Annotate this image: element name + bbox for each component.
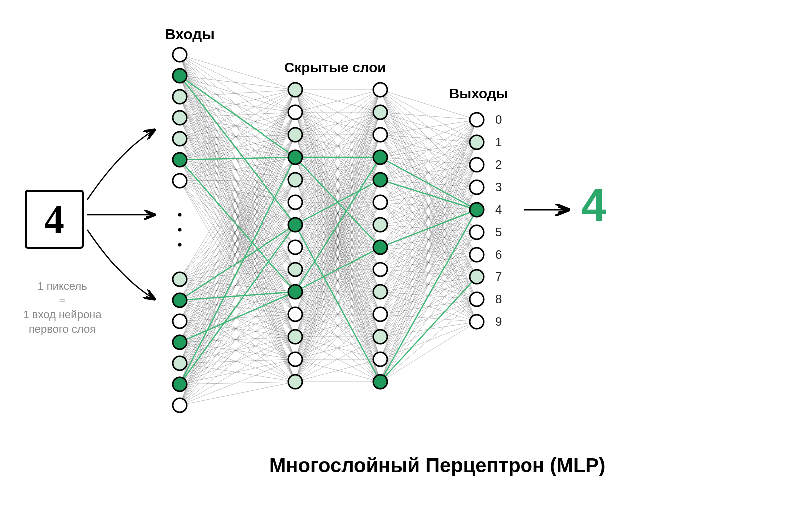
svg-line-417 xyxy=(380,135,477,232)
svg-line-1 xyxy=(180,55,295,112)
svg-line-488 xyxy=(380,255,477,292)
svg-line-244 xyxy=(295,157,380,225)
svg-line-121 xyxy=(180,292,295,300)
svg-line-264 xyxy=(295,180,380,359)
svg-line-158 xyxy=(180,180,295,363)
input-node-2 xyxy=(173,90,187,104)
svg-line-145 xyxy=(180,202,295,342)
svg-line-181 xyxy=(180,382,295,384)
svg-line-231 xyxy=(295,135,380,247)
diagram-title: Многослойный Перцептрон (MLP) xyxy=(269,454,605,477)
svg-line-253 xyxy=(295,112,380,180)
svg-line-503 xyxy=(380,142,477,337)
svg-line-39 xyxy=(180,97,295,337)
svg-line-457 xyxy=(380,225,477,232)
svg-line-539 xyxy=(180,157,295,384)
svg-line-387 xyxy=(295,292,380,382)
svg-line-481 xyxy=(380,269,477,322)
svg-line-208 xyxy=(295,90,380,359)
svg-line-276 xyxy=(295,202,380,314)
svg-line-371 xyxy=(295,247,380,359)
svg-line-464 xyxy=(380,165,477,247)
output-node-7 xyxy=(470,270,484,284)
svg-line-360 xyxy=(295,314,380,337)
hidden2-node-10 xyxy=(373,307,387,321)
svg-line-523 xyxy=(380,142,477,382)
svg-line-178 xyxy=(180,314,295,384)
svg-line-21 xyxy=(180,76,295,247)
pixel-note-line1: 1 пиксель xyxy=(5,279,120,294)
svg-line-185 xyxy=(180,157,295,405)
svg-line-390 xyxy=(295,359,380,382)
svg-line-381 xyxy=(295,157,380,382)
svg-line-383 xyxy=(295,202,380,382)
svg-line-310 xyxy=(295,135,380,269)
svg-line-254 xyxy=(295,135,380,180)
svg-line-156 xyxy=(180,135,295,363)
svg-line-270 xyxy=(295,180,380,202)
svg-line-510 xyxy=(380,299,477,337)
svg-line-159 xyxy=(180,202,295,363)
svg-line-357 xyxy=(295,247,380,337)
svg-line-489 xyxy=(380,277,477,292)
svg-line-314 xyxy=(295,225,380,269)
hidden2-node-11 xyxy=(373,330,387,344)
svg-line-107 xyxy=(180,279,295,292)
pixel-note-line2: 1 вход нейрона xyxy=(5,308,120,322)
svg-line-497 xyxy=(380,232,477,314)
svg-line-24 xyxy=(180,76,295,314)
svg-line-172 xyxy=(180,180,295,384)
svg-line-297 xyxy=(295,157,380,247)
svg-line-440 xyxy=(380,180,477,299)
svg-line-439 xyxy=(380,180,477,277)
svg-line-116 xyxy=(180,180,295,300)
hidden2-node-1 xyxy=(373,105,387,119)
svg-line-233 xyxy=(295,135,380,292)
svg-line-106 xyxy=(180,269,295,279)
svg-line-466 xyxy=(380,210,477,247)
svg-line-512 xyxy=(380,120,477,359)
svg-line-499 xyxy=(380,277,477,314)
svg-line-167 xyxy=(180,363,295,382)
svg-line-434 xyxy=(380,165,477,180)
svg-line-444 xyxy=(380,165,477,202)
svg-line-386 xyxy=(295,269,380,382)
svg-line-415 xyxy=(380,135,477,187)
svg-line-443 xyxy=(380,142,477,202)
svg-line-366 xyxy=(295,135,380,359)
svg-line-105 xyxy=(180,247,295,279)
svg-line-94 xyxy=(180,181,295,314)
svg-line-160 xyxy=(180,225,295,363)
svg-line-205 xyxy=(295,90,380,292)
input-node-6 xyxy=(173,174,187,188)
svg-line-197 xyxy=(295,90,380,112)
svg-line-403 xyxy=(380,112,477,142)
svg-line-104 xyxy=(180,225,295,279)
input-ellipsis-dot xyxy=(178,228,182,232)
svg-line-311 xyxy=(295,157,380,269)
svg-line-112 xyxy=(180,90,295,300)
svg-line-257 xyxy=(295,180,380,202)
svg-line-236 xyxy=(295,135,380,359)
svg-line-384 xyxy=(295,225,380,382)
svg-line-92 xyxy=(180,181,295,269)
svg-line-29 xyxy=(180,97,295,112)
svg-line-173 xyxy=(180,202,295,384)
svg-line-175 xyxy=(180,247,295,384)
svg-line-249 xyxy=(295,157,380,337)
svg-line-519 xyxy=(380,277,477,359)
svg-line-493 xyxy=(380,142,477,314)
svg-line-287 xyxy=(295,225,380,247)
svg-line-465 xyxy=(380,187,477,247)
svg-line-95 xyxy=(180,181,295,337)
svg-line-200 xyxy=(295,90,380,180)
svg-line-337 xyxy=(295,112,380,314)
svg-line-86 xyxy=(180,135,295,181)
svg-line-484 xyxy=(380,165,477,292)
svg-line-364 xyxy=(295,90,380,359)
svg-line-46 xyxy=(180,118,295,180)
svg-line-534 xyxy=(180,157,295,160)
svg-line-550 xyxy=(380,277,477,382)
svg-line-435 xyxy=(380,180,477,187)
svg-line-85 xyxy=(180,112,295,181)
